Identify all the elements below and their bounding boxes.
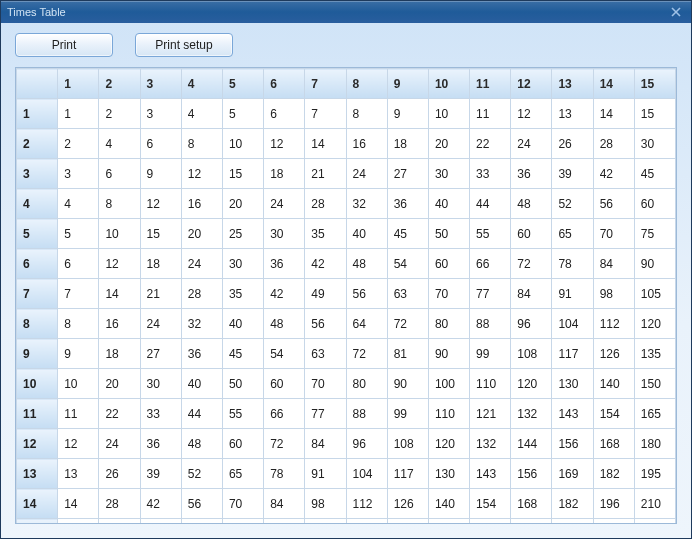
cell[interactable]: 16 bbox=[346, 129, 387, 159]
cell[interactable]: 144 bbox=[511, 429, 552, 459]
cell[interactable]: 112 bbox=[346, 489, 387, 519]
cell[interactable]: 24 bbox=[140, 309, 181, 339]
cell[interactable]: 3 bbox=[140, 99, 181, 129]
cell[interactable]: 36 bbox=[264, 249, 305, 279]
cell[interactable]: 14 bbox=[99, 279, 140, 309]
cell[interactable]: 210 bbox=[634, 489, 675, 519]
cell[interactable]: 182 bbox=[552, 489, 593, 519]
cell[interactable]: 12 bbox=[58, 429, 99, 459]
cell[interactable]: 48 bbox=[264, 309, 305, 339]
cell[interactable]: 210 bbox=[593, 519, 634, 525]
cell[interactable]: 10 bbox=[222, 129, 263, 159]
cell[interactable]: 132 bbox=[511, 399, 552, 429]
cell[interactable]: 33 bbox=[470, 159, 511, 189]
cell[interactable]: 98 bbox=[305, 489, 346, 519]
cell[interactable]: 16 bbox=[181, 189, 222, 219]
cell[interactable]: 112 bbox=[593, 309, 634, 339]
col-header[interactable]: 6 bbox=[264, 69, 305, 99]
cell[interactable]: 7 bbox=[305, 99, 346, 129]
cell[interactable]: 60 bbox=[511, 219, 552, 249]
cell[interactable]: 60 bbox=[264, 369, 305, 399]
cell[interactable]: 24 bbox=[511, 129, 552, 159]
col-header[interactable]: 13 bbox=[552, 69, 593, 99]
cell[interactable]: 14 bbox=[593, 99, 634, 129]
cell[interactable]: 24 bbox=[346, 159, 387, 189]
cell[interactable]: 195 bbox=[634, 459, 675, 489]
cell[interactable]: 35 bbox=[305, 219, 346, 249]
cell[interactable]: 4 bbox=[99, 129, 140, 159]
cell[interactable]: 70 bbox=[593, 219, 634, 249]
cell[interactable]: 15 bbox=[634, 99, 675, 129]
cell[interactable]: 156 bbox=[552, 429, 593, 459]
cell[interactable]: 50 bbox=[222, 369, 263, 399]
cell[interactable]: 126 bbox=[387, 489, 428, 519]
cell[interactable]: 30 bbox=[140, 369, 181, 399]
cell[interactable]: 72 bbox=[264, 429, 305, 459]
cell[interactable]: 56 bbox=[346, 279, 387, 309]
cell[interactable]: 91 bbox=[552, 279, 593, 309]
cell[interactable]: 120 bbox=[346, 519, 387, 525]
cell[interactable]: 40 bbox=[428, 189, 469, 219]
cell[interactable]: 12 bbox=[140, 189, 181, 219]
cell[interactable]: 8 bbox=[58, 309, 99, 339]
cell[interactable]: 66 bbox=[470, 249, 511, 279]
cell[interactable]: 24 bbox=[99, 429, 140, 459]
col-header[interactable]: 10 bbox=[428, 69, 469, 99]
cell[interactable]: 99 bbox=[387, 399, 428, 429]
cell[interactable]: 4 bbox=[58, 189, 99, 219]
cell[interactable]: 30 bbox=[264, 219, 305, 249]
cell[interactable]: 22 bbox=[99, 399, 140, 429]
cell[interactable]: 30 bbox=[99, 519, 140, 525]
cell[interactable]: 104 bbox=[552, 309, 593, 339]
cell[interactable]: 121 bbox=[470, 399, 511, 429]
cell[interactable]: 13 bbox=[552, 99, 593, 129]
cell[interactable]: 55 bbox=[470, 219, 511, 249]
cell[interactable]: 84 bbox=[264, 489, 305, 519]
cell[interactable]: 156 bbox=[511, 459, 552, 489]
cell[interactable]: 182 bbox=[593, 459, 634, 489]
cell[interactable]: 48 bbox=[346, 249, 387, 279]
cell[interactable]: 14 bbox=[305, 129, 346, 159]
cell[interactable]: 35 bbox=[222, 279, 263, 309]
cell[interactable]: 10 bbox=[99, 219, 140, 249]
cell[interactable]: 2 bbox=[58, 129, 99, 159]
cell[interactable]: 117 bbox=[552, 339, 593, 369]
cell[interactable]: 6 bbox=[140, 129, 181, 159]
cell[interactable]: 88 bbox=[346, 399, 387, 429]
cell[interactable]: 70 bbox=[428, 279, 469, 309]
cell[interactable]: 11 bbox=[470, 99, 511, 129]
cell[interactable]: 48 bbox=[511, 189, 552, 219]
row-header[interactable]: 3 bbox=[17, 159, 58, 189]
cell[interactable]: 30 bbox=[428, 159, 469, 189]
row-header[interactable]: 12 bbox=[17, 429, 58, 459]
cell[interactable]: 168 bbox=[511, 489, 552, 519]
cell[interactable]: 56 bbox=[305, 309, 346, 339]
cell[interactable]: 36 bbox=[181, 339, 222, 369]
cell[interactable]: 4 bbox=[181, 99, 222, 129]
cell[interactable]: 45 bbox=[387, 219, 428, 249]
cell[interactable]: 60 bbox=[428, 249, 469, 279]
cell[interactable]: 130 bbox=[428, 459, 469, 489]
cell[interactable]: 105 bbox=[634, 279, 675, 309]
print-button[interactable]: Print bbox=[15, 33, 113, 57]
cell[interactable]: 44 bbox=[470, 189, 511, 219]
cell[interactable]: 180 bbox=[634, 429, 675, 459]
cell[interactable]: 75 bbox=[222, 519, 263, 525]
cell[interactable]: 120 bbox=[634, 309, 675, 339]
cell[interactable]: 36 bbox=[140, 429, 181, 459]
cell[interactable]: 7 bbox=[58, 279, 99, 309]
row-header[interactable]: 1 bbox=[17, 99, 58, 129]
cell[interactable]: 15 bbox=[222, 159, 263, 189]
cell[interactable]: 195 bbox=[552, 519, 593, 525]
cell[interactable]: 44 bbox=[181, 399, 222, 429]
cell[interactable]: 140 bbox=[593, 369, 634, 399]
cell[interactable]: 28 bbox=[181, 279, 222, 309]
cell[interactable]: 36 bbox=[387, 189, 428, 219]
cell[interactable]: 1 bbox=[58, 99, 99, 129]
cell[interactable]: 60 bbox=[634, 189, 675, 219]
row-header[interactable]: 4 bbox=[17, 189, 58, 219]
row-header[interactable]: 5 bbox=[17, 219, 58, 249]
cell[interactable]: 10 bbox=[58, 369, 99, 399]
cell[interactable]: 120 bbox=[511, 369, 552, 399]
cell[interactable]: 20 bbox=[181, 219, 222, 249]
